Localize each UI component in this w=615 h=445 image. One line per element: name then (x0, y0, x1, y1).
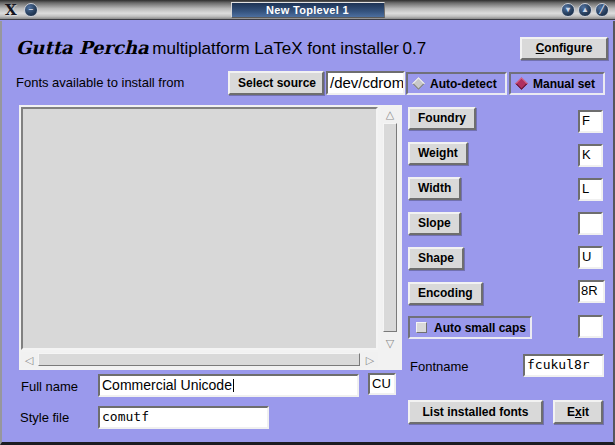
manual-set-label: Manual set (533, 77, 595, 91)
scroll-up-icon[interactable]: △ (382, 107, 398, 121)
small-caps-field[interactable] (578, 315, 603, 338)
width-button[interactable]: Width (408, 177, 461, 200)
horizontal-scrollbar[interactable]: ◁ ▷ (21, 352, 378, 368)
scroll-left-icon[interactable]: ◁ (21, 353, 37, 367)
horizontal-scroll-thumb[interactable] (38, 353, 360, 366)
abbrev-field[interactable]: CU (368, 373, 396, 395)
full-name-field[interactable]: Commercial Unicode (98, 374, 359, 397)
radio-diamond-icon (412, 77, 425, 90)
encoding-field[interactable]: 8R (578, 280, 605, 303)
auto-small-caps-label: Auto small caps (434, 321, 526, 335)
page-title: Gutta Percha multiplatform LaTeX font in… (16, 37, 426, 59)
text-cursor (233, 379, 234, 392)
window-title: New Toplevel 1 (231, 2, 385, 18)
close-button[interactable]: ╱ (595, 3, 609, 17)
auto-small-caps-checkbox[interactable]: Auto small caps (408, 316, 532, 339)
shape-field[interactable]: U (578, 246, 603, 269)
checkbox-icon (416, 322, 427, 333)
exit-button[interactable]: Exit (553, 400, 603, 424)
full-name-label: Full name (21, 379, 78, 394)
select-source-button[interactable]: Select source (228, 71, 324, 95)
app-window: X − New Toplevel 1 ▾ ▴ ╱ Gutta Percha mu… (0, 0, 615, 445)
slope-button[interactable]: Slope (408, 212, 461, 235)
titlebar[interactable]: X − New Toplevel 1 ▾ ▴ ╱ (0, 0, 615, 20)
app-version: 0.7 (403, 39, 427, 58)
foundry-button[interactable]: Foundry (408, 107, 476, 130)
configure-button[interactable]: Configure (520, 37, 608, 60)
vertical-scrollbar[interactable]: △ ▽ (381, 107, 400, 350)
style-file-label: Style file (20, 410, 69, 425)
list-installed-fonts-button[interactable]: List installed fonts (408, 400, 543, 424)
encoding-button[interactable]: Encoding (408, 282, 483, 305)
fontname-field[interactable]: fcukul8r (523, 354, 604, 377)
device-path-field[interactable]: /dev/cdrom (326, 71, 405, 95)
radio-diamond-selected-icon (515, 77, 528, 90)
minimize-button[interactable]: − (24, 3, 38, 17)
vertical-scroll-thumb[interactable] (383, 123, 397, 332)
font-list-frame: △ ▽ ◁ ▷ (19, 105, 402, 370)
source-label: Fonts available to install from (16, 75, 184, 90)
main-content: Gutta Percha multiplatform LaTeX font in… (0, 21, 615, 445)
scroll-down-icon[interactable]: ▽ (382, 336, 398, 350)
width-field[interactable]: L (578, 178, 603, 201)
scroll-right-icon[interactable]: ▷ (362, 353, 378, 367)
app-title: multiplatform LaTeX font installer (152, 39, 399, 58)
shape-button[interactable]: Shape (408, 247, 464, 270)
shade-down-button[interactable]: ▾ (561, 3, 575, 17)
slope-field[interactable] (578, 212, 603, 235)
window-system-icon[interactable]: X (5, 1, 17, 19)
font-listbox[interactable] (21, 107, 378, 350)
style-file-field[interactable]: comutf (98, 406, 269, 429)
brand-name: Gutta Percha (16, 37, 149, 58)
fontname-label: Fontname (410, 359, 469, 374)
weight-field[interactable]: K (578, 144, 603, 167)
shade-up-button[interactable]: ▴ (578, 3, 592, 17)
auto-detect-radio[interactable]: Auto-detect (406, 72, 507, 95)
manual-set-radio[interactable]: Manual set (509, 72, 605, 95)
foundry-field[interactable]: F (578, 110, 603, 133)
auto-detect-label: Auto-detect (430, 77, 497, 91)
weight-button[interactable]: Weight (408, 142, 468, 165)
